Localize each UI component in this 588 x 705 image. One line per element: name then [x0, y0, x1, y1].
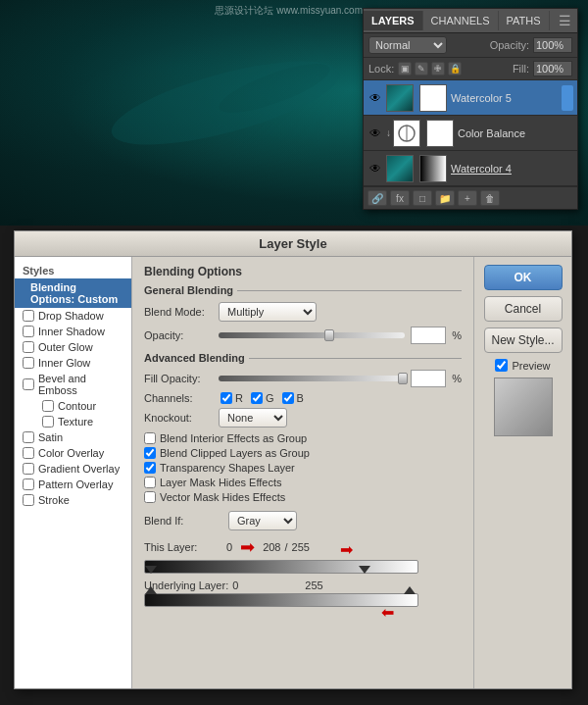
- sidebar-item-pattern-overlay[interactable]: Pattern Overlay: [15, 477, 131, 492]
- blend-interior-checkbox[interactable]: [144, 432, 156, 444]
- satin-checkbox[interactable]: [23, 431, 34, 443]
- sidebar-item-outer-glow[interactable]: Outer Glow: [15, 339, 131, 355]
- channel-b-label[interactable]: B: [282, 392, 304, 404]
- delete-layer-btn[interactable]: 🗑: [480, 190, 500, 206]
- fill-opacity-row: Fill Opacity: 100 %: [144, 370, 462, 387]
- channel-b-checkbox[interactable]: [282, 392, 294, 404]
- opacity-slider-thumb[interactable]: [324, 329, 334, 341]
- knockout-select[interactable]: None Shallow Deep: [219, 408, 287, 428]
- stroke-checkbox[interactable]: [23, 494, 34, 506]
- advanced-blending-line: [249, 358, 462, 359]
- ok-button[interactable]: OK: [484, 265, 563, 290]
- fill-opacity-thumb[interactable]: [398, 373, 408, 384]
- sidebar-item-stroke[interactable]: Stroke: [15, 492, 131, 508]
- transparency-shapes-checkbox[interactable]: [144, 462, 156, 474]
- knockout-row: Knockout: None Shallow Deep: [144, 408, 462, 428]
- opacity-slider-track[interactable]: [219, 332, 405, 338]
- opacity-label: Opacity:: [490, 39, 529, 51]
- mask-btn[interactable]: □: [413, 190, 432, 206]
- channel-r-checkbox[interactable]: [220, 392, 232, 404]
- sidebar-item-color-overlay[interactable]: Color Overlay: [15, 445, 131, 461]
- fill-opacity-unit: %: [452, 373, 462, 384]
- fill-opacity-slider[interactable]: [219, 376, 405, 381]
- fx-btn[interactable]: fx: [390, 190, 410, 206]
- this-layer-arrow: ➡: [240, 536, 255, 558]
- fill-opacity-input[interactable]: 100: [411, 370, 446, 387]
- blend-mode-select[interactable]: Multiply Normal: [219, 302, 317, 322]
- channel-g-checkbox[interactable]: [251, 392, 263, 404]
- sidebar-item-drop-shadow[interactable]: Drop Shadow: [15, 308, 131, 324]
- channel-g-label[interactable]: G: [251, 392, 274, 404]
- transparency-shapes-row: Transparency Shapes Layer: [144, 462, 462, 474]
- inner-shadow-checkbox[interactable]: [23, 326, 34, 337]
- preview-checkbox-label[interactable]: Preview: [495, 359, 550, 372]
- channel-g-text: G: [266, 392, 274, 404]
- dialog-main-content: Blending Options General Blending Blend …: [132, 257, 473, 688]
- opacity-num-input[interactable]: 62: [411, 327, 446, 344]
- layer-mask-hides-checkbox[interactable]: [144, 477, 156, 488]
- opacity-row-label: Opacity:: [144, 329, 213, 341]
- this-layer-right-triangle[interactable]: [359, 566, 370, 574]
- lock-position-icon[interactable]: ✙: [431, 62, 445, 76]
- underlying-left-triangle[interactable]: [145, 586, 157, 594]
- blend-if-section: Blend If: Gray Red Green Blue This Layer…: [144, 511, 462, 607]
- eye-icon-colorbalance[interactable]: 👁: [368, 126, 383, 141]
- lock-image-icon[interactable]: ✎: [415, 62, 428, 76]
- link-layers-btn[interactable]: 🔗: [368, 190, 387, 206]
- layers-panel-menu-icon[interactable]: ☰: [553, 9, 577, 32]
- eye-icon-watercolor4[interactable]: 👁: [368, 161, 383, 176]
- layer-name-colorbalance: Color Balance: [458, 127, 573, 139]
- lock-all-icon[interactable]: 🔒: [448, 62, 462, 76]
- layers-panel: LAYERS CHANNELS PATHS ☰ Normal Multiply …: [363, 8, 578, 210]
- inner-glow-checkbox[interactable]: [23, 357, 34, 369]
- sidebar-item-blending-options[interactable]: Blending Options: Custom: [15, 278, 131, 308]
- pattern-overlay-checkbox[interactable]: [23, 478, 34, 490]
- layer-row-watercolor4[interactable]: 👁 Watercolor 4: [364, 151, 577, 186]
- this-layer-slider-track[interactable]: [144, 560, 418, 574]
- channel-r-label[interactable]: R: [220, 392, 243, 404]
- sidebar-item-texture[interactable]: Texture: [15, 414, 131, 429]
- vector-mask-hides-checkbox[interactable]: [144, 491, 156, 503]
- sidebar-item-satin[interactable]: Satin: [15, 429, 131, 445]
- contour-checkbox[interactable]: [42, 400, 54, 412]
- underlying-layer-slider-container: ⬅: [144, 593, 418, 607]
- lock-transparency-icon[interactable]: ▣: [398, 62, 412, 76]
- layer-row-watercolor5[interactable]: 👁 Watercolor 5: [364, 80, 577, 116]
- fill-input[interactable]: [533, 61, 572, 76]
- cancel-button[interactable]: Cancel: [484, 296, 563, 322]
- tab-paths[interactable]: PATHS: [499, 11, 550, 30]
- new-layer-btn[interactable]: +: [458, 190, 477, 206]
- opacity-row: Opacity: 62 %: [144, 327, 462, 344]
- layer-row-colorbalance[interactable]: 👁 ↓ Color Balance: [364, 116, 577, 151]
- gradient-overlay-checkbox[interactable]: [23, 463, 34, 475]
- red-arrow-this-layer: ➡: [340, 540, 353, 559]
- blend-clipped-checkbox[interactable]: [144, 447, 156, 459]
- opacity-input[interactable]: [533, 37, 572, 53]
- sidebar-item-gradient-overlay[interactable]: Gradient Overlay: [15, 461, 131, 477]
- new-style-button[interactable]: New Style...: [484, 327, 563, 353]
- bevel-emboss-checkbox[interactable]: [23, 378, 34, 390]
- tab-channels[interactable]: CHANNELS: [423, 11, 499, 30]
- drop-shadow-label: Drop Shadow: [38, 310, 104, 322]
- texture-checkbox[interactable]: [42, 416, 54, 428]
- sidebar-item-contour[interactable]: Contour: [15, 398, 131, 414]
- underlying-layer-slider-row: ⬅: [144, 593, 462, 607]
- underlying-right-triangle[interactable]: [404, 586, 416, 594]
- layers-blend-mode-select[interactable]: Normal Multiply: [368, 36, 447, 54]
- color-overlay-checkbox[interactable]: [23, 447, 34, 459]
- sidebar-item-inner-glow[interactable]: Inner Glow: [15, 355, 131, 371]
- drop-shadow-checkbox[interactable]: [23, 310, 34, 322]
- tab-layers[interactable]: LAYERS: [364, 11, 423, 30]
- sidebar-item-bevel-emboss[interactable]: Bevel and Emboss: [15, 371, 131, 398]
- this-layer-left-triangle[interactable]: [145, 566, 157, 574]
- eye-icon-watercolor5[interactable]: 👁: [368, 90, 383, 106]
- new-group-btn[interactable]: 📁: [435, 190, 455, 206]
- preview-checkbox[interactable]: [495, 359, 508, 372]
- outer-glow-checkbox[interactable]: [23, 341, 34, 353]
- blend-if-select[interactable]: Gray Red Green Blue: [228, 511, 297, 530]
- blend-if-label: Blend If:: [144, 515, 222, 527]
- sidebar-item-inner-shadow[interactable]: Inner Shadow: [15, 324, 131, 339]
- sidebar-section-title: Styles: [15, 261, 131, 278]
- layer-mask-thumb-watercolor4: [419, 155, 447, 182]
- underlying-layer-slider-track[interactable]: [144, 593, 418, 607]
